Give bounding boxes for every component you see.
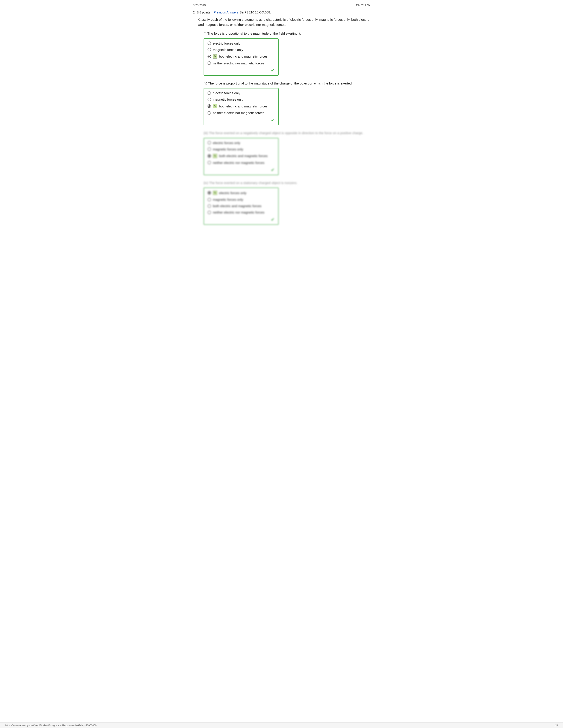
option-label-ii-2: both electric and magnetic forces [219,104,267,108]
page-header: 3/20/2019 Ch. 28 HW [193,4,370,7]
radio-circle-i-3 [207,61,211,65]
radio-option-iv-1[interactable]: magnetic forces only [207,198,274,201]
radio-option-i-2[interactable]: ✎both electric and magnetic forces [207,54,274,59]
answer-box-iv: ✎electric forces onlymagnetic forces onl… [203,188,278,225]
option-label-ii-0: electric forces only [213,91,240,95]
radio-circle-iv-0 [207,191,211,195]
option-label-iv-1: magnetic forces only [213,198,243,201]
header-date: 3/20/2019 [193,4,206,7]
option-label-i-3: neither electric nor magnetic forces [213,61,264,65]
sub-question-iv-label: (iv) The force exerted on a stationary c… [203,180,370,186]
sub-question-ii: (ii) The force is proportional to the ma… [193,81,370,126]
radio-option-ii-0[interactable]: electric forces only [207,91,274,95]
answer-box-ii: electric forces onlymagnetic forces only… [203,88,278,125]
question-body: Classify each of the following statement… [193,17,370,27]
radio-option-iv-0[interactable]: ✎electric forces only [207,191,274,195]
radio-option-iv-3[interactable]: neither electric nor magnetic forces [207,210,274,214]
question-number: 2. [193,11,195,14]
radio-option-i-1[interactable]: magnetic forces only [207,48,274,52]
radio-option-iii-2[interactable]: ✎both electric and magnetic forces [207,154,274,158]
radio-option-ii-1[interactable]: magnetic forces only [207,98,274,101]
radio-option-iii-0[interactable]: electric forces only [207,141,274,145]
radio-circle-i-1 [207,48,211,51]
radio-circle-i-0 [207,41,211,45]
radio-circle-iii-0 [207,141,211,144]
option-label-iii-3: neither electric nor magnetic forces [213,161,264,165]
radio-circle-iii-1 [207,147,211,151]
sub-question-i-label: (i) The force is proportional to the mag… [203,31,370,36]
radio-circle-iv-3 [207,211,211,214]
option-label-ii-3: neither electric nor magnetic forces [213,111,264,115]
previous-answers-link[interactable]: Previous Answers [214,11,238,14]
checkmark-i: ✔ [207,68,274,73]
answer-box-iii: electric forces onlymagnetic forces only… [203,138,278,175]
radio-option-iii-1[interactable]: magnetic forces only [207,147,274,151]
radio-circle-i-2 [207,55,211,58]
question-points: 8/8 points [197,11,210,14]
option-label-i-1: magnetic forces only [213,48,243,52]
radio-option-iii-3[interactable]: neither electric nor magnetic forces [207,161,274,165]
separator: | [211,11,212,14]
sub-question-iii-label: (iii) The force exerted on a negatively … [203,131,370,136]
option-label-iii-2: both electric and magnetic forces [219,154,267,158]
option-label-iii-1: magnetic forces only [213,147,243,151]
checkmark-iii: ✔ [207,167,274,173]
radio-circle-iii-2 [207,154,211,158]
sub-question-iv: (iv) The force exerted on a stationary c… [193,180,370,225]
header-divider [193,8,370,8]
pencil-icon-i-2: ✎ [213,54,217,59]
sub-questions-container: (i) The force is proportional to the mag… [193,31,370,225]
radio-option-ii-3[interactable]: neither electric nor magnetic forces [207,111,274,115]
problem-id: SerPSE10 28.OQ.008. [239,11,271,14]
pencil-icon-iii-2: ✎ [213,154,217,158]
radio-circle-ii-1 [207,98,211,101]
option-label-iv-2: both electric and magnetic forces [213,204,261,208]
header-title: Ch. 28 HW [356,4,370,7]
option-label-iv-3: neither electric nor magnetic forces [213,210,264,214]
sub-question-ii-label: (ii) The force is proportional to the ma… [203,81,370,86]
pencil-icon-ii-2: ✎ [213,104,217,108]
radio-circle-ii-2 [207,104,211,108]
radio-circle-ii-3 [207,111,211,115]
checkmark-ii: ✔ [207,117,274,123]
radio-circle-iv-1 [207,198,211,201]
option-label-i-2: both electric and magnetic forces [219,54,267,58]
option-label-iii-0: electric forces only [213,141,240,145]
radio-option-i-0[interactable]: electric forces only [207,41,274,45]
sub-question-i: (i) The force is proportional to the mag… [193,31,370,76]
radio-circle-ii-0 [207,91,211,95]
radio-option-ii-2[interactable]: ✎both electric and magnetic forces [207,104,274,108]
option-label-ii-1: magnetic forces only [213,98,243,101]
radio-option-iv-2[interactable]: both electric and magnetic forces [207,204,274,208]
option-label-iv-0: electric forces only [219,191,246,195]
radio-circle-iv-2 [207,204,211,208]
option-label-i-0: electric forces only [213,41,240,45]
checkmark-iv: ✔ [207,217,274,222]
answer-box-i: electric forces onlymagnetic forces only… [203,38,278,76]
pencil-icon-iv-0: ✎ [213,191,217,195]
radio-circle-iii-3 [207,161,211,164]
radio-option-i-3[interactable]: neither electric nor magnetic forces [207,61,274,65]
sub-question-iii: (iii) The force exerted on a negatively … [193,131,370,175]
question-header: 2. 8/8 points | Previous AnswersSerPSE10… [193,11,370,14]
